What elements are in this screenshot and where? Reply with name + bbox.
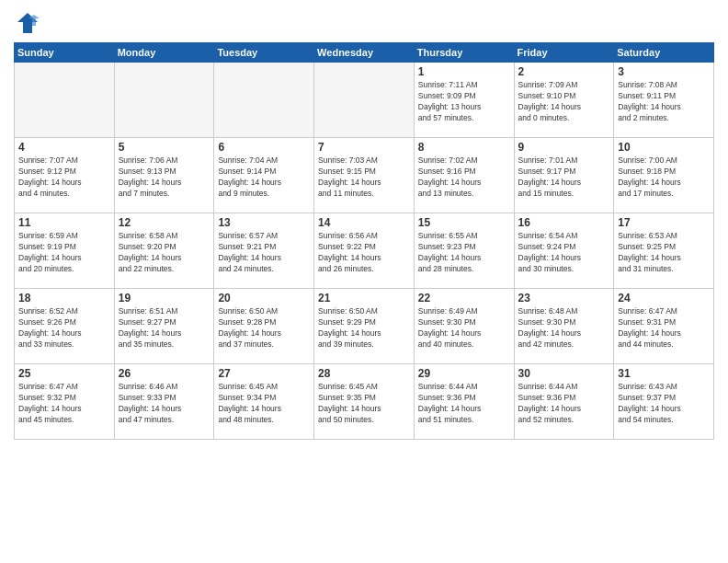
day-info: Sunrise: 7:09 AM Sunset: 9:10 PM Dayligh… [518, 80, 610, 124]
day-info: Sunrise: 7:07 AM Sunset: 9:12 PM Dayligh… [18, 155, 110, 200]
day-number: 14 [318, 216, 410, 229]
day-number: 11 [18, 216, 110, 229]
calendar-cell [214, 63, 314, 138]
day-info: Sunrise: 7:08 AM Sunset: 9:11 PM Dayligh… [618, 80, 710, 124]
day-info: Sunrise: 7:04 AM Sunset: 9:14 PM Dayligh… [218, 155, 310, 200]
calendar-cell: 24Sunrise: 6:47 AM Sunset: 9:31 PM Dayli… [614, 289, 714, 364]
day-info: Sunrise: 6:47 AM Sunset: 9:31 PM Dayligh… [618, 306, 710, 350]
calendar-week-4: 25Sunrise: 6:47 AM Sunset: 9:32 PM Dayli… [15, 364, 714, 440]
calendar-cell: 11Sunrise: 6:59 AM Sunset: 9:19 PM Dayli… [15, 213, 115, 289]
calendar-cell: 16Sunrise: 6:54 AM Sunset: 9:24 PM Dayli… [514, 213, 614, 289]
calendar-week-3: 18Sunrise: 6:52 AM Sunset: 9:26 PM Dayli… [15, 289, 714, 364]
logo-icon [14, 9, 41, 37]
day-info: Sunrise: 6:45 AM Sunset: 9:35 PM Dayligh… [318, 382, 410, 426]
calendar-cell: 22Sunrise: 6:49 AM Sunset: 9:30 PM Dayli… [414, 289, 514, 364]
day-number: 23 [518, 292, 610, 304]
day-number: 8 [418, 141, 510, 154]
calendar-cell: 20Sunrise: 6:50 AM Sunset: 9:28 PM Dayli… [214, 289, 314, 364]
calendar-cell: 4Sunrise: 7:07 AM Sunset: 9:12 PM Daylig… [15, 138, 115, 213]
day-header-sunday: Sunday [15, 43, 115, 63]
day-info: Sunrise: 6:54 AM Sunset: 9:24 PM Dayligh… [518, 231, 610, 275]
day-info: Sunrise: 6:48 AM Sunset: 9:30 PM Dayligh… [518, 306, 610, 350]
day-number: 5 [119, 141, 210, 154]
day-number: 10 [618, 141, 710, 154]
day-number: 20 [218, 292, 310, 304]
day-header-saturday: Saturday [614, 43, 714, 63]
day-info: Sunrise: 7:11 AM Sunset: 9:09 PM Dayligh… [418, 80, 510, 124]
calendar-cell: 8Sunrise: 7:02 AM Sunset: 9:16 PM Daylig… [414, 138, 514, 213]
calendar-cell: 17Sunrise: 6:53 AM Sunset: 9:25 PM Dayli… [614, 213, 714, 289]
day-info: Sunrise: 6:50 AM Sunset: 9:28 PM Dayligh… [218, 306, 310, 350]
calendar-cell: 25Sunrise: 6:47 AM Sunset: 9:32 PM Dayli… [15, 364, 115, 440]
calendar-cell [114, 63, 214, 138]
day-info: Sunrise: 6:59 AM Sunset: 9:19 PM Dayligh… [18, 231, 110, 275]
day-number: 28 [318, 367, 410, 380]
day-number: 31 [618, 367, 710, 380]
header [14, 9, 714, 37]
calendar-cell: 23Sunrise: 6:48 AM Sunset: 9:30 PM Dayli… [514, 289, 614, 364]
day-info: Sunrise: 6:47 AM Sunset: 9:32 PM Dayligh… [18, 382, 110, 426]
day-info: Sunrise: 6:46 AM Sunset: 9:33 PM Dayligh… [119, 382, 210, 426]
day-number: 16 [518, 216, 610, 229]
calendar-cell: 29Sunrise: 6:44 AM Sunset: 9:36 PM Dayli… [414, 364, 514, 440]
calendar-cell [15, 63, 115, 138]
day-number: 1 [418, 65, 510, 78]
calendar-cell: 7Sunrise: 7:03 AM Sunset: 9:15 PM Daylig… [314, 138, 415, 213]
day-number: 2 [518, 65, 610, 78]
calendar-cell: 19Sunrise: 6:51 AM Sunset: 9:27 PM Dayli… [114, 289, 214, 364]
calendar-cell: 15Sunrise: 6:55 AM Sunset: 9:23 PM Dayli… [414, 213, 514, 289]
day-info: Sunrise: 6:50 AM Sunset: 9:29 PM Dayligh… [318, 306, 410, 350]
day-info: Sunrise: 6:58 AM Sunset: 9:20 PM Dayligh… [119, 231, 210, 275]
day-number: 24 [618, 292, 710, 304]
day-header-tuesday: Tuesday [214, 43, 314, 63]
day-number: 3 [618, 65, 710, 78]
day-info: Sunrise: 6:51 AM Sunset: 9:27 PM Dayligh… [119, 306, 210, 350]
calendar-cell: 5Sunrise: 7:06 AM Sunset: 9:13 PM Daylig… [114, 138, 214, 213]
day-info: Sunrise: 7:01 AM Sunset: 9:17 PM Dayligh… [518, 155, 610, 200]
day-number: 17 [618, 216, 710, 229]
day-info: Sunrise: 6:56 AM Sunset: 9:22 PM Dayligh… [318, 231, 410, 275]
day-number: 21 [318, 292, 410, 304]
day-info: Sunrise: 6:44 AM Sunset: 9:36 PM Dayligh… [418, 382, 510, 426]
calendar-table: SundayMondayTuesdayWednesdayThursdayFrid… [14, 42, 714, 440]
day-number: 13 [218, 216, 310, 229]
calendar-cell: 6Sunrise: 7:04 AM Sunset: 9:14 PM Daylig… [214, 138, 314, 213]
day-header-thursday: Thursday [414, 43, 514, 63]
calendar-cell: 21Sunrise: 6:50 AM Sunset: 9:29 PM Dayli… [314, 289, 415, 364]
day-number: 7 [318, 141, 410, 154]
day-number: 4 [18, 141, 110, 154]
calendar-cell: 18Sunrise: 6:52 AM Sunset: 9:26 PM Dayli… [15, 289, 115, 364]
day-number: 12 [119, 216, 210, 229]
calendar-cell: 28Sunrise: 6:45 AM Sunset: 9:35 PM Dayli… [314, 364, 415, 440]
calendar-cell: 26Sunrise: 6:46 AM Sunset: 9:33 PM Dayli… [114, 364, 214, 440]
day-number: 30 [518, 367, 610, 380]
day-header-wednesday: Wednesday [314, 43, 415, 63]
day-info: Sunrise: 6:44 AM Sunset: 9:36 PM Dayligh… [518, 382, 610, 426]
day-info: Sunrise: 6:43 AM Sunset: 9:37 PM Dayligh… [618, 382, 710, 426]
calendar-cell: 13Sunrise: 6:57 AM Sunset: 9:21 PM Dayli… [214, 213, 314, 289]
day-header-friday: Friday [514, 43, 614, 63]
logo [14, 9, 45, 37]
calendar-week-0: 1Sunrise: 7:11 AM Sunset: 9:09 PM Daylig… [15, 63, 714, 138]
calendar-cell: 1Sunrise: 7:11 AM Sunset: 9:09 PM Daylig… [414, 63, 514, 138]
calendar-cell: 14Sunrise: 6:56 AM Sunset: 9:22 PM Dayli… [314, 213, 415, 289]
day-info: Sunrise: 6:55 AM Sunset: 9:23 PM Dayligh… [418, 231, 510, 275]
calendar-cell: 27Sunrise: 6:45 AM Sunset: 9:34 PM Dayli… [214, 364, 314, 440]
day-number: 19 [119, 292, 210, 304]
day-info: Sunrise: 7:03 AM Sunset: 9:15 PM Dayligh… [318, 155, 410, 200]
calendar-cell: 9Sunrise: 7:01 AM Sunset: 9:17 PM Daylig… [514, 138, 614, 213]
day-number: 15 [418, 216, 510, 229]
calendar-cell: 30Sunrise: 6:44 AM Sunset: 9:36 PM Dayli… [514, 364, 614, 440]
day-info: Sunrise: 6:57 AM Sunset: 9:21 PM Dayligh… [218, 231, 310, 275]
calendar-cell [314, 63, 415, 138]
day-info: Sunrise: 7:02 AM Sunset: 9:16 PM Dayligh… [418, 155, 510, 200]
calendar-cell: 31Sunrise: 6:43 AM Sunset: 9:37 PM Dayli… [614, 364, 714, 440]
day-number: 22 [418, 292, 510, 304]
calendar-header-row: SundayMondayTuesdayWednesdayThursdayFrid… [15, 43, 714, 63]
day-number: 29 [418, 367, 510, 380]
calendar-cell: 3Sunrise: 7:08 AM Sunset: 9:11 PM Daylig… [614, 63, 714, 138]
day-info: Sunrise: 6:49 AM Sunset: 9:30 PM Dayligh… [418, 306, 510, 350]
day-number: 26 [119, 367, 210, 380]
day-info: Sunrise: 6:52 AM Sunset: 9:26 PM Dayligh… [18, 306, 110, 350]
page: SundayMondayTuesdayWednesdayThursdayFrid… [0, 0, 728, 563]
